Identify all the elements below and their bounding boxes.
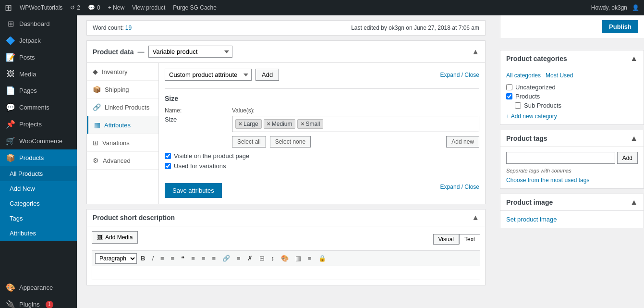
tab-linked-products[interactable]: 🔗 Linked Products <box>87 99 158 116</box>
save-attributes-button[interactable]: Save attributes <box>165 183 222 198</box>
color-button[interactable]: 🎨 <box>278 253 292 264</box>
unordered-list-button[interactable]: ≡ <box>158 253 167 264</box>
comments-counter[interactable]: 💬 0 <box>88 4 100 11</box>
set-product-image-link[interactable]: Set product image <box>506 216 557 223</box>
remove-large-button[interactable]: × <box>239 121 242 127</box>
sidebar-item-jetpack[interactable]: 🔷 Jetpack <box>0 32 77 49</box>
category-tabs: All categories Most Used <box>506 72 638 79</box>
sidebar-subitem-attributes[interactable]: Attributes <box>0 226 77 241</box>
short-desc-collapse-button[interactable]: ▲ <box>472 213 479 222</box>
remove-medium-button[interactable]: × <box>267 121 270 127</box>
align-left-button[interactable]: ≡ <box>188 253 198 264</box>
sidebar-item-projects[interactable]: 📌 Projects <box>0 116 77 133</box>
visible-checkbox-item: Visible on the product page <box>165 152 479 160</box>
tab-inventory[interactable]: ◆ Inventory <box>87 63 158 81</box>
choose-tags-link[interactable]: Choose from the most used tags <box>506 177 589 184</box>
used-for-variations-checkbox[interactable] <box>165 163 171 169</box>
sidebar-item-products[interactable]: 📦 Products <box>0 149 77 166</box>
new-content-button[interactable]: + New <box>108 4 124 11</box>
expand-close-link-top[interactable]: Expand / Close <box>440 72 479 78</box>
tab-variations[interactable]: ⊞ Variations <box>87 134 158 152</box>
appearance-icon: 🎨 <box>6 283 15 292</box>
select-none-button[interactable]: Select none <box>270 136 311 148</box>
tab-shipping[interactable]: 📦 Shipping <box>87 81 158 99</box>
add-new-category-link[interactable]: + Add new category <box>506 113 557 120</box>
sidebar-item-label: Projects <box>19 121 42 128</box>
product-categories-panel: Product categories ▲ All categories Most… <box>500 50 644 125</box>
insert-more-button[interactable]: ↕ <box>268 253 278 264</box>
category-checkbox-uncategorized[interactable] <box>506 84 512 90</box>
paste-button[interactable]: ▥ <box>292 253 304 264</box>
remove-small-button[interactable]: × <box>301 121 304 127</box>
admin-avatar[interactable]: 👤 <box>632 4 639 11</box>
values-input-area[interactable]: × Large × Medium × Small <box>232 116 479 132</box>
sidebar-item-label: Products <box>19 154 44 161</box>
projects-icon: 📌 <box>6 120 15 129</box>
short-description-editor[interactable] <box>92 266 480 280</box>
product-data-collapse-button[interactable]: ▲ <box>472 48 479 56</box>
sidebar-subitem-tags[interactable]: Tags <box>0 211 77 226</box>
sidebar-item-pages[interactable]: 📄 Pages <box>0 82 77 99</box>
tab-advanced[interactable]: ⚙ Advanced <box>87 152 158 170</box>
align-center-button[interactable]: ≡ <box>199 253 208 264</box>
insert-table-button[interactable]: ⊞ <box>256 253 267 264</box>
product-tags-header: Product tags ▲ <box>500 130 644 147</box>
publish-button[interactable]: Publish <box>602 33 638 33</box>
view-product-link[interactable]: View product <box>132 4 165 11</box>
sidebar-subitem-all-products[interactable]: All Products <box>0 166 77 181</box>
add-attribute-button[interactable]: Add <box>255 69 279 81</box>
sidebar-item-comments[interactable]: 💬 Comments <box>0 99 77 116</box>
tags-input[interactable] <box>506 152 615 164</box>
image-collapse-button[interactable]: ▲ <box>630 198 638 207</box>
italic-button[interactable]: I <box>149 253 157 264</box>
visible-on-product-page-checkbox[interactable] <box>165 153 171 159</box>
paragraph-select[interactable]: Paragraph <box>95 253 137 264</box>
unlink-button[interactable]: ✗ <box>244 253 255 264</box>
add-media-button[interactable]: 🖼 Add Media <box>92 231 138 244</box>
expand-close-link-bottom[interactable]: Expand / Close <box>440 184 479 190</box>
variations-icon: ⊞ <box>93 139 98 147</box>
category-checkbox-products[interactable] <box>506 93 512 99</box>
all-categories-tab[interactable]: All categories <box>506 72 541 79</box>
values-text-input[interactable] <box>325 121 476 128</box>
tags-add-button[interactable]: Add <box>617 152 638 164</box>
link-button[interactable]: 🔗 <box>219 253 233 264</box>
bold-button[interactable]: B <box>138 253 148 264</box>
text-tab-button[interactable]: Text <box>459 234 480 245</box>
justify-button[interactable]: ≡ <box>234 253 243 264</box>
tab-attributes[interactable]: ▦ Attributes <box>87 116 158 134</box>
sidebar-item-woocommerce[interactable]: 🛒 WooCommerce <box>0 133 77 149</box>
attribute-name-heading: Size <box>165 95 479 102</box>
sidebar-item-posts[interactable]: 📝 Posts <box>0 49 77 66</box>
add-new-value-button[interactable]: Add new <box>446 136 479 148</box>
attribute-type-select[interactable]: Custom product attribute <box>165 69 252 81</box>
value-tag-medium: × Medium <box>264 119 296 129</box>
tags-collapse-button[interactable]: ▲ <box>630 134 638 143</box>
align-right-button[interactable]: ≡ <box>209 253 219 264</box>
sidebar-item-media[interactable]: 🖼 Media <box>0 66 77 82</box>
category-checkbox-sub-products[interactable] <box>515 102 521 109</box>
ordered-list-button[interactable]: ≡ <box>168 253 178 264</box>
most-used-tab[interactable]: Most Used <box>546 72 573 79</box>
sidebar-item-appearance[interactable]: 🎨 Appearance <box>0 279 77 296</box>
product-image-title: Product image <box>506 198 553 206</box>
categories-collapse-button[interactable]: ▲ <box>630 54 638 63</box>
special-chars-button[interactable]: 🔒 <box>316 253 329 264</box>
visual-tab-button[interactable]: Visual <box>433 234 459 245</box>
sidebar-item-plugins[interactable]: 🔌 Plugins 1 <box>0 296 77 308</box>
site-name[interactable]: WPWooTutorials <box>20 4 62 11</box>
attribute-checkboxes: Visible on the product page Used for var… <box>165 152 479 170</box>
sidebar-subitem-add-new[interactable]: Add New <box>0 181 77 196</box>
updates-counter[interactable]: ↺ 2 <box>70 4 80 11</box>
sidebar-item-dashboard[interactable]: ⊞ Dashboard <box>0 15 77 32</box>
purge-cache-link[interactable]: Purge SG Cache <box>173 4 217 11</box>
attributes-panel: Custom product attribute Add Expand / Cl… <box>159 63 485 204</box>
product-type-select[interactable]: Variable product Simple product Grouped … <box>148 46 232 58</box>
product-tabs: ◆ Inventory 📦 Shipping 🔗 Linked Products… <box>87 63 159 204</box>
comments-nav-icon: 💬 <box>6 103 15 112</box>
sidebar-subitem-categories[interactable]: Categories <box>0 196 77 211</box>
select-all-button[interactable]: Select all <box>232 136 266 148</box>
format-button[interactable]: ≡ <box>305 253 315 264</box>
tags-input-row: Add <box>506 152 638 164</box>
blockquote-button[interactable]: ❝ <box>178 253 187 264</box>
